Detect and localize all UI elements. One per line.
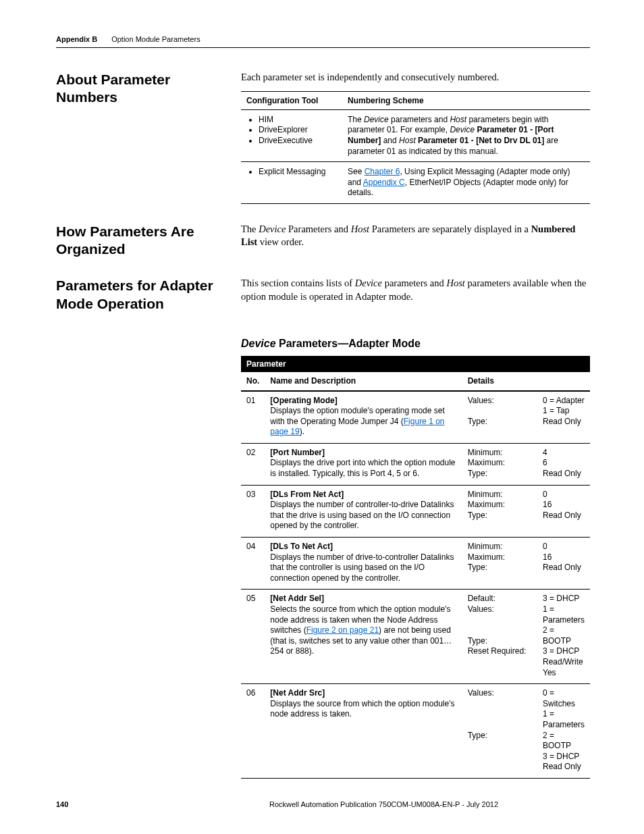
link-figure-2[interactable]: Figure 2 on page 21 (306, 625, 379, 635)
page-number: 140 (56, 800, 178, 808)
appendix-label: Appendix B (56, 35, 97, 43)
cfg-th-tool: Configuration Tool (241, 91, 342, 109)
param-detail-labels: Minimum: Maximum: Type: (462, 485, 537, 537)
subsection-heading: Device Parameters—Adapter Mode (241, 336, 590, 351)
pt-head-details: Details (462, 372, 590, 390)
param-detail-values: 0 16 Read Only (537, 538, 590, 590)
s2-body: The Device Parameters and Host Parameter… (241, 223, 590, 259)
param-detail-values: 4 6 Read Only (537, 443, 590, 485)
param-detail-values: 0 16 Read Only (537, 485, 590, 537)
cfg-tool-him: HIM (259, 115, 337, 126)
cfg-th-scheme: Numbering Scheme (342, 91, 590, 109)
device-parameters-table: Parameter No. Name and Description Detai… (241, 356, 590, 779)
cfg-scheme-2: See Chapter 6, Using Explicit Messaging … (342, 162, 590, 204)
section-title-organized: How Parameters Are Organized (56, 223, 241, 259)
header-title: Option Module Parameters (111, 35, 200, 43)
param-name: [DLs To Net Act] (270, 542, 333, 551)
cfg-tool-driveexplorer: DriveExplorer (259, 125, 337, 136)
cfg-row-2: Explicit Messaging See Chapter 6, Using … (241, 162, 590, 204)
param-name: [Operating Mode] (270, 396, 337, 405)
param-row-03: 03 [DLs From Net Act] Displays the numbe… (241, 485, 590, 537)
section-title-adapter: Parameters for Adapter Mode Operation (56, 277, 241, 779)
param-row-02: 02 [Port Number] Displays the drive port… (241, 443, 590, 485)
param-name: [Net Addr Src] (270, 688, 325, 698)
param-detail-labels: Minimum: Maximum: Type: (462, 443, 537, 485)
param-row-04: 04 [DLs To Net Act] Displays the number … (241, 538, 590, 590)
running-header: Appendix B Option Module Parameters (56, 35, 590, 48)
s3-body: This section contains lists of Device pa… (241, 277, 590, 303)
param-detail-values: 3 = DHCP 1 = Parameters 2 = BOOTP 3 = DH… (537, 590, 590, 684)
link-appendix-c[interactable]: Appendix C (363, 178, 405, 187)
cfg-tool-explicit: Explicit Messaging (259, 167, 337, 178)
param-name: [Port Number] (270, 448, 325, 457)
param-row-06: 06 [Net Addr Src] Displays the source fr… (241, 684, 590, 779)
param-detail-labels: Default: Values: Type: Reset Required: (462, 590, 537, 684)
s1-intro: Each parameter set is independently and … (241, 71, 590, 84)
param-row-05: 05 [Net Addr Sel] Selects the source fro… (241, 590, 590, 684)
param-row-01: 01 [Operating Mode] Displays the option … (241, 391, 590, 444)
param-detail-values: 0 = Switches 1 = Parameters 2 = BOOTP 3 … (537, 684, 590, 779)
link-chapter-6[interactable]: Chapter 6 (365, 167, 400, 176)
param-name: [DLs From Net Act] (270, 490, 344, 499)
page-footer: 140 Rockwell Automation Publication 750C… (56, 800, 590, 808)
param-detail-values: 0 = Adapter 1 = Tap Read Only (537, 391, 590, 444)
pt-head-parameter: Parameter (241, 356, 462, 372)
param-detail-labels: Values: Type: (462, 684, 537, 779)
cfg-tool-driveexecutive: DriveExecutive (259, 136, 337, 147)
pt-head-name: Name and Description (265, 372, 462, 390)
cfg-scheme-1: The Device parameters and Host parameter… (342, 109, 590, 161)
param-name: [Net Addr Sel] (270, 594, 324, 603)
param-detail-labels: Minimum: Maximum: Type: (462, 538, 537, 590)
config-tool-table: Configuration Tool Numbering Scheme HIM … (241, 91, 590, 204)
publication-id: Rockwell Automation Publication 750COM-U… (178, 800, 590, 808)
cfg-row-1: HIM DriveExplorer DriveExecutive The Dev… (241, 109, 590, 161)
pt-head-no: No. (241, 372, 265, 390)
param-detail-labels: Values: Type: (462, 391, 537, 444)
section-title-about: About Parameter Numbers (56, 71, 241, 204)
